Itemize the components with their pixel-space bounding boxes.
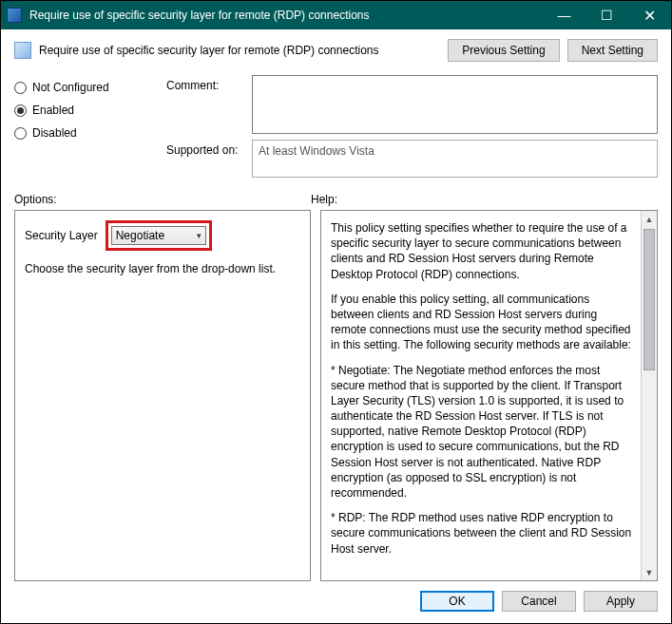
policy-icon [14,42,31,59]
help-paragraph: This policy setting specifies whether to… [331,220,633,282]
help-section-label: Help: [311,193,658,206]
ok-button[interactable]: OK [420,591,494,612]
help-paragraph: * RDP: The RDP method uses native RDP en… [331,510,633,557]
window-icon [7,8,22,23]
scroll-thumb[interactable] [643,229,655,370]
help-panel: This policy setting specifies whether to… [320,210,658,581]
chevron-down-icon: ▾ [197,231,202,240]
help-text: This policy setting specifies whether to… [331,220,637,571]
radio-disabled[interactable]: Disabled [14,126,166,140]
radio-icon [14,104,27,117]
options-section-label: Options: [14,193,311,206]
help-paragraph: * Negotiate: The Negotiate method enforc… [331,363,633,501]
radio-icon [14,82,27,94]
scrollbar[interactable]: ▲ ▼ [641,211,657,580]
next-setting-button[interactable]: Next Setting [567,39,658,62]
policy-heading: Require use of specific security layer f… [39,44,440,57]
minimize-button[interactable]: — [543,1,586,29]
previous-setting-button[interactable]: Previous Setting [448,39,559,62]
maximize-button[interactable]: ☐ [586,1,628,29]
supported-on-label: Supported on: [166,140,252,178]
scroll-down-icon[interactable]: ▼ [642,564,657,580]
radio-not-configured[interactable]: Not Configured [14,81,166,94]
window-title: Require use of specific security layer f… [29,9,543,22]
options-description: Choose the security layer from the drop-… [25,262,300,277]
comment-field[interactable] [252,75,658,134]
comment-label: Comment: [166,75,252,134]
apply-button[interactable]: Apply [584,591,658,612]
options-panel: Security Layer Negotiate ▾ Choose the se… [14,210,311,581]
radio-label: Enabled [32,104,74,117]
title-bar: Require use of specific security layer f… [1,1,671,29]
security-layer-label: Security Layer [25,229,98,242]
cancel-button[interactable]: Cancel [502,591,576,612]
supported-on-field: At least Windows Vista [252,140,658,178]
close-button[interactable]: ✕ [628,1,671,29]
radio-enabled[interactable]: Enabled [14,104,166,117]
radio-label: Not Configured [32,81,109,94]
scroll-track[interactable] [642,227,657,564]
radio-label: Disabled [32,126,77,140]
dropdown-value: Negotiate [116,229,164,242]
security-layer-dropdown[interactable]: Negotiate ▾ [111,226,206,245]
help-paragraph: If you enable this policy setting, all c… [331,292,633,353]
scroll-up-icon[interactable]: ▲ [642,211,657,227]
radio-icon [14,127,27,140]
window-controls: — ☐ ✕ [543,1,671,29]
highlight-box: Negotiate ▾ [106,220,212,251]
